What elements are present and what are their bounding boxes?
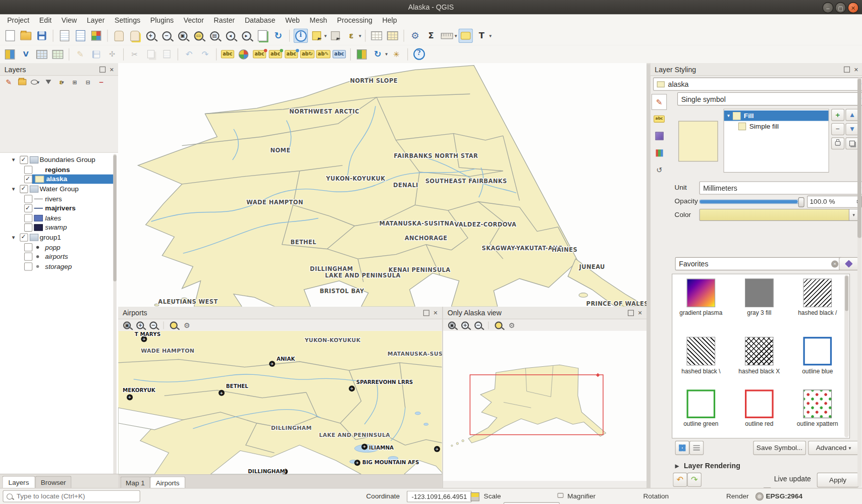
styling-redo-button[interactable]: ↷	[687, 473, 702, 487]
extent-handle[interactable]	[596, 373, 600, 377]
close-button[interactable]: ✕	[848, 2, 859, 13]
simplify-feature-icon[interactable]: ✳	[389, 47, 403, 61]
identify-features-icon[interactable]: i	[294, 29, 308, 43]
zoom-next-icon[interactable]: ▸	[239, 29, 253, 43]
clear-filter-icon[interactable]: ×	[831, 260, 838, 267]
tab-diagrams[interactable]	[652, 145, 667, 161]
select-expression-dropdown[interactable]: ▾	[359, 33, 361, 38]
zoom-to-selection-icon[interactable]	[168, 320, 179, 330]
menu-raster[interactable]: Raster	[209, 14, 240, 26]
renderer-combo[interactable]: Single symbol ▾	[677, 92, 862, 105]
layers-scrollbar[interactable]	[113, 154, 117, 504]
pan-map-icon[interactable]	[112, 29, 126, 43]
layer-row-lakes[interactable]: lakes	[0, 213, 118, 223]
symbol-hashed-black-back[interactable]: hashed black \	[673, 337, 728, 375]
layer-checkbox-rivers[interactable]	[24, 195, 32, 203]
symbol-node-simple-fill[interactable]: Simple fill	[724, 121, 829, 132]
add-symbol-layer-button[interactable]: ＋	[831, 109, 844, 121]
filter-legend-icon[interactable]	[43, 77, 54, 87]
refresh-icon[interactable]: ↻	[271, 29, 285, 43]
menu-plugins[interactable]: Plugins	[145, 14, 179, 26]
field-calculator-icon[interactable]	[386, 29, 400, 43]
new-print-layout-icon[interactable]	[57, 29, 71, 43]
data-source-manager-icon[interactable]	[3, 47, 17, 61]
new-map-view-icon[interactable]	[255, 29, 269, 43]
select-features-dropdown[interactable]: ▾	[325, 33, 327, 38]
close-dock-icon[interactable]: ×	[434, 310, 438, 315]
filter-expression-icon[interactable]: ε▾	[56, 77, 67, 87]
select-features-icon[interactable]	[309, 29, 324, 43]
gallery-scrollbar[interactable]	[844, 275, 849, 437]
open-layer-styling-icon[interactable]: ✎	[4, 77, 15, 87]
symbol-hashed-black-x[interactable]: hashed black X	[732, 337, 787, 375]
float-dock-icon[interactable]	[423, 310, 429, 316]
measure-icon[interactable]	[440, 29, 454, 43]
style-tags-button[interactable]	[839, 257, 858, 270]
title-bar[interactable]: Alaska - QGIS – ▢ ✕	[0, 0, 862, 15]
zoom-to-selection-icon[interactable]	[493, 320, 504, 330]
undo-icon[interactable]: ↶	[182, 47, 196, 61]
layout-manager-icon[interactable]	[73, 29, 87, 43]
tab-3d[interactable]	[652, 128, 667, 144]
minimize-button[interactable]: –	[823, 2, 834, 13]
zoom-full-icon[interactable]: ▣	[175, 29, 189, 43]
zoom-full-icon[interactable]: ▣	[447, 320, 458, 330]
collapse-all-icon[interactable]: ⊟	[82, 77, 93, 87]
tab-symbology[interactable]: ✎	[652, 94, 667, 110]
opacity-slider[interactable]	[699, 199, 803, 204]
help-icon[interactable]: ?	[412, 47, 426, 61]
duplicate-button[interactable]	[845, 137, 858, 149]
layer-row-group1[interactable]: ▼ group1	[0, 233, 118, 242]
layer-row-popp[interactable]: popp	[0, 242, 118, 252]
color-button[interactable]	[699, 209, 850, 221]
main-map-canvas[interactable]: NORTH SLOPE NORTHWEST ARCTIC NOME YUKON-…	[118, 63, 646, 307]
add-vector-layer-icon[interactable]: V	[19, 47, 33, 61]
menu-processing[interactable]: Processing	[332, 14, 378, 26]
layer-checkbox-swamp[interactable]	[24, 223, 32, 231]
layer-row-boundaries-group[interactable]: ▼ Boundaries Group	[0, 155, 118, 164]
expand-all-icon[interactable]: ⊞	[69, 77, 80, 87]
maximize-button[interactable]: ▢	[835, 2, 846, 13]
menu-help[interactable]: Help	[378, 14, 402, 26]
layer-checkbox-storagep[interactable]	[24, 262, 32, 270]
float-panel-icon[interactable]	[844, 66, 850, 72]
zoom-full-icon[interactable]: ▣	[122, 320, 133, 330]
remove-layer-icon[interactable]: −	[96, 77, 107, 87]
locate-bar[interactable]	[3, 490, 140, 502]
layer-labeling-icon[interactable]: abc	[221, 47, 235, 61]
menu-layer[interactable]: Layer	[82, 14, 110, 26]
vertex-tool-icon[interactable]: ✣	[105, 47, 119, 61]
tab-map-1[interactable]: Map 1	[121, 476, 150, 489]
processing-toolbox-icon[interactable]: ⚙	[408, 29, 422, 43]
layer-checkbox-boundaries-group[interactable]	[20, 155, 28, 163]
layer-diagram-icon[interactable]	[236, 47, 250, 61]
icon-view-button[interactable]	[675, 441, 689, 455]
expander-icon[interactable]: ▼	[11, 235, 16, 240]
layer-checkbox-lakes[interactable]	[24, 214, 32, 222]
new-project-icon[interactable]	[3, 29, 17, 43]
layer-checkbox-regions[interactable]	[24, 165, 32, 174]
annotation-dropdown[interactable]: ▾	[490, 33, 492, 38]
open-project-icon[interactable]	[19, 29, 33, 43]
highlight-labels-icon[interactable]: abc	[268, 47, 283, 61]
menu-view[interactable]: View	[57, 14, 82, 26]
symbol-outline-green[interactable]: outline green	[673, 389, 728, 427]
close-dock-icon[interactable]: ×	[638, 310, 642, 315]
layer-checkbox-alaska[interactable]	[24, 175, 32, 183]
add-raster-layer-icon[interactable]	[35, 47, 49, 61]
zoom-to-layer-icon[interactable]: ▤	[207, 29, 222, 43]
styling-scrollbar[interactable]	[857, 78, 861, 487]
deselect-features-icon[interactable]	[328, 29, 342, 43]
styling-undo-button[interactable]: ↶	[673, 473, 687, 487]
statistics-icon[interactable]: Σ	[424, 29, 438, 43]
text-annotation-icon[interactable]: T	[474, 29, 489, 43]
lock-scale-icon[interactable]	[558, 493, 564, 498]
symbol-outline-red[interactable]: outline red	[732, 389, 787, 427]
redo-icon[interactable]: ↷	[198, 47, 212, 61]
layer-row-majrivers[interactable]: majrivers	[0, 203, 118, 213]
zoom-out-icon[interactable]: −	[159, 29, 174, 43]
crs-globe-icon[interactable]	[756, 492, 764, 500]
list-view-button[interactable]	[689, 441, 704, 455]
layer-checkbox-popp[interactable]	[24, 243, 32, 251]
tab-browser[interactable]: Browser	[35, 476, 72, 488]
